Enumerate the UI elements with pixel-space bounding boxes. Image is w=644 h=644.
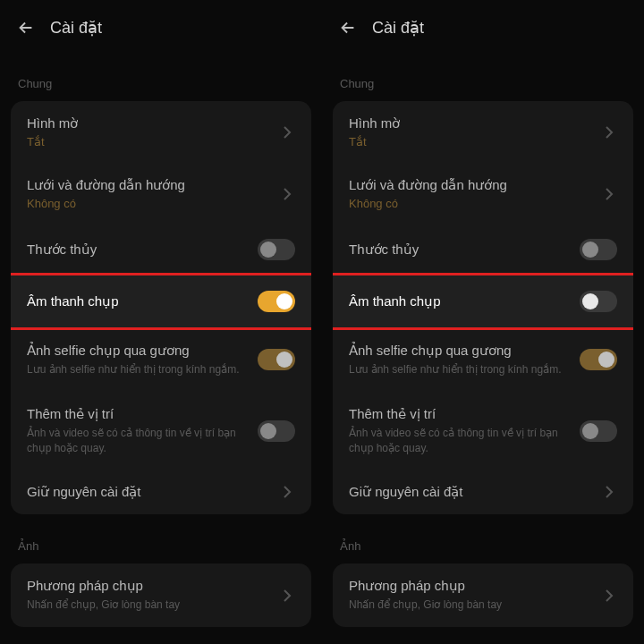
row-title: Hình mờ xyxy=(27,115,279,131)
card-general: Hình mờ Tắt Lưới và đường dẫn hướng Khôn… xyxy=(333,101,633,514)
chevron-right-icon xyxy=(601,588,617,604)
chevron-right-icon xyxy=(279,186,295,202)
section-photo: Ảnh xyxy=(0,514,322,564)
toggle-shutter-sound[interactable] xyxy=(258,291,295,312)
row-sub: Không có xyxy=(27,197,279,210)
row-sub: Lưu ảnh selfie như hiển thị trong kính n… xyxy=(349,362,580,377)
row-title: Hình mờ xyxy=(349,115,601,131)
row-title: Giữ nguyên cài đặt xyxy=(349,484,601,500)
row-level[interactable]: Thước thủy xyxy=(333,225,633,275)
pane-left: Cài đặt Chung Hình mờ Tắt Lưới và đường … xyxy=(0,0,322,644)
card-photo: Phương pháp chụp Nhấn để chụp, Giơ lòng … xyxy=(11,564,311,627)
section-video: Video xyxy=(322,627,644,644)
row-sub: Tắt xyxy=(27,135,279,148)
row-shutter-sound[interactable]: Âm thanh chụp xyxy=(11,275,311,328)
row-title: Thước thủy xyxy=(349,242,580,258)
row-title: Thêm thẻ vị trí xyxy=(27,406,258,422)
chevron-right-icon xyxy=(601,186,617,202)
pane-right: Cài đặt Chung Hình mờ Tắt Lưới và đường … xyxy=(322,0,644,644)
toggle-selfie-mirror[interactable] xyxy=(580,349,617,370)
chevron-right-icon xyxy=(601,484,617,500)
section-general: Chung xyxy=(322,52,644,101)
row-title: Âm thanh chụp xyxy=(349,293,580,309)
row-sub: Nhấn để chụp, Giơ lòng bàn tay xyxy=(349,597,601,613)
card-photo: Phương pháp chụp Nhấn để chụp, Giơ lòng … xyxy=(333,564,633,627)
row-selfie-mirror[interactable]: Ảnh selfie chụp qua gương Lưu ảnh selfie… xyxy=(11,328,311,392)
toggle-level[interactable] xyxy=(580,239,617,260)
chevron-right-icon xyxy=(279,124,295,140)
row-capture-method[interactable]: Phương pháp chụp Nhấn để chụp, Giơ lòng … xyxy=(11,564,311,627)
chevron-right-icon xyxy=(279,484,295,500)
section-photo: Ảnh xyxy=(322,514,644,564)
row-title: Âm thanh chụp xyxy=(27,293,258,309)
section-video: Video xyxy=(0,627,322,644)
row-level[interactable]: Thước thủy xyxy=(11,225,311,275)
row-title: Thêm thẻ vị trí xyxy=(349,406,580,422)
row-title: Thước thủy xyxy=(27,242,258,258)
back-icon[interactable] xyxy=(338,18,358,38)
row-watermark[interactable]: Hình mờ Tắt xyxy=(333,101,633,163)
row-sub: Nhấn để chụp, Giơ lòng bàn tay xyxy=(27,597,279,613)
chevron-right-icon xyxy=(601,124,617,140)
toggle-level[interactable] xyxy=(258,239,295,260)
row-title: Ảnh selfie chụp qua gương xyxy=(349,343,580,359)
row-grid[interactable]: Lưới và đường dẫn hướng Không có xyxy=(11,163,311,225)
row-sub: Không có xyxy=(349,197,601,210)
header: Cài đặt xyxy=(322,0,644,52)
toggle-selfie-mirror[interactable] xyxy=(258,349,295,370)
card-general: Hình mờ Tắt Lưới và đường dẫn hướng Khôn… xyxy=(11,101,311,514)
row-location-tag[interactable]: Thêm thẻ vị trí Ảnh và video sẽ có cả th… xyxy=(333,392,633,470)
page-title: Cài đặt xyxy=(372,18,424,38)
row-keep-settings[interactable]: Giữ nguyên cài đặt xyxy=(11,470,311,514)
row-title: Lưới và đường dẫn hướng xyxy=(349,177,601,193)
row-title: Phương pháp chụp xyxy=(349,578,601,594)
header: Cài đặt xyxy=(0,0,322,52)
page-title: Cài đặt xyxy=(50,18,102,38)
row-sub: Ảnh và video sẽ có cả thông tin về vị tr… xyxy=(349,426,580,456)
toggle-location-tag[interactable] xyxy=(258,420,295,442)
row-sub: Tắt xyxy=(349,135,601,148)
row-sub: Ảnh và video sẽ có cả thông tin về vị tr… xyxy=(27,426,258,456)
toggle-location-tag[interactable] xyxy=(580,420,617,442)
row-title: Ảnh selfie chụp qua gương xyxy=(27,343,258,359)
row-location-tag[interactable]: Thêm thẻ vị trí Ảnh và video sẽ có cả th… xyxy=(11,392,311,470)
toggle-shutter-sound[interactable] xyxy=(580,291,617,312)
row-watermark[interactable]: Hình mờ Tắt xyxy=(11,101,311,163)
row-shutter-sound[interactable]: Âm thanh chụp xyxy=(333,275,633,328)
row-selfie-mirror[interactable]: Ảnh selfie chụp qua gương Lưu ảnh selfie… xyxy=(333,328,633,392)
row-title: Lưới và đường dẫn hướng xyxy=(27,177,279,193)
row-grid[interactable]: Lưới và đường dẫn hướng Không có xyxy=(333,163,633,225)
row-title: Giữ nguyên cài đặt xyxy=(27,484,279,500)
row-capture-method[interactable]: Phương pháp chụp Nhấn để chụp, Giơ lòng … xyxy=(333,564,633,627)
section-general: Chung xyxy=(0,52,322,101)
row-sub: Lưu ảnh selfie như hiển thị trong kính n… xyxy=(27,362,258,377)
row-keep-settings[interactable]: Giữ nguyên cài đặt xyxy=(333,470,633,514)
chevron-right-icon xyxy=(279,588,295,604)
back-icon[interactable] xyxy=(16,18,36,38)
row-title: Phương pháp chụp xyxy=(27,578,279,594)
